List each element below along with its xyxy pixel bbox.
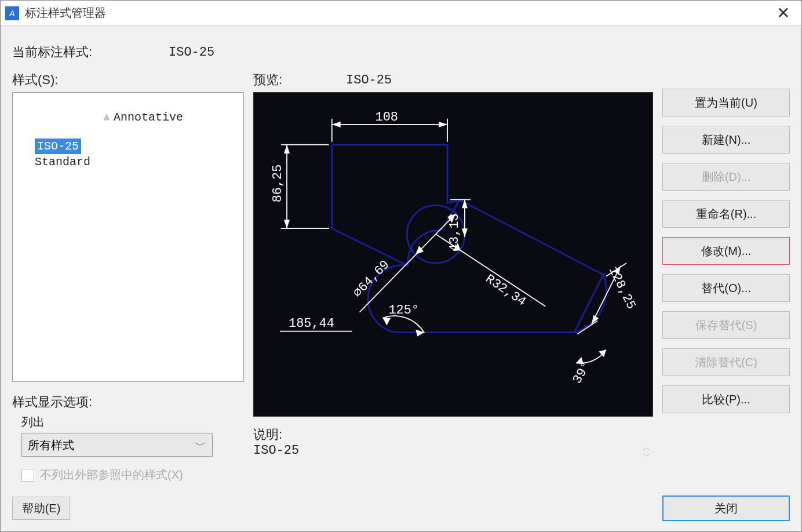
help-button[interactable]: 帮助(E) xyxy=(12,497,70,520)
right-column: 置为当前(U) 新建(N)... 删除(D)... 重命名(R)... 修改(M… xyxy=(662,71,790,483)
left-column: 样式(S): ▲Annotative ISO-25 Standard 样式显示选… xyxy=(12,71,244,483)
chevron-down-icon: ﹀ xyxy=(643,451,651,460)
compare-button[interactable]: 比较(P)... xyxy=(662,385,790,413)
titlebar: A 标注样式管理器 ✕ xyxy=(1,1,801,26)
chevron-down-icon: ﹀ xyxy=(195,438,206,453)
svg-marker-9 xyxy=(284,145,290,154)
svg-marker-18 xyxy=(382,318,391,326)
dim-leftv: 86,25 xyxy=(271,165,285,203)
close-button[interactable]: 关闭 xyxy=(662,495,790,521)
preview-canvas: 108 86,25 43,13 xyxy=(253,92,653,417)
svg-marker-14 xyxy=(462,228,468,237)
new-button[interactable]: 新建(N)... xyxy=(662,126,790,154)
middle-column: 预览: ISO-25 xyxy=(253,71,653,483)
set-current-button[interactable]: 置为当前(U) xyxy=(662,89,790,116)
combo-value: 所有样式 xyxy=(28,438,74,453)
current-style-label: 当前标注样式: xyxy=(12,43,169,61)
list-item-standard[interactable]: Standard xyxy=(17,154,239,170)
annotative-icon: ▲ xyxy=(103,111,110,124)
styles-list[interactable]: ▲Annotative ISO-25 Standard xyxy=(12,92,244,382)
dim-bottom: 185,44 xyxy=(289,316,334,331)
exclude-xref-label: 不列出外部参照中的样式(X) xyxy=(40,467,183,483)
description-text: ISO-25 xyxy=(253,443,640,458)
svg-line-25 xyxy=(577,321,597,334)
display-list-combo[interactable]: 所有样式 ﹀ xyxy=(21,433,213,457)
app-icon: A xyxy=(5,6,19,20)
dialog-footer: 帮助(E) 关闭 xyxy=(1,490,801,531)
rename-button[interactable]: 重命名(R)... xyxy=(662,200,790,228)
dim-top: 108 xyxy=(375,110,398,125)
override-button[interactable]: 替代(O)... xyxy=(662,274,790,302)
description-row: 说明: ISO-25 ︿ ﹀ xyxy=(253,426,653,460)
close-icon[interactable]: ✕ xyxy=(770,3,797,23)
dim-arc: 39° xyxy=(570,359,594,387)
delete-button[interactable]: 删除(D)... xyxy=(662,163,790,191)
modify-button[interactable]: 修改(M)... xyxy=(662,237,790,265)
dim-angle: 125° xyxy=(388,303,419,318)
dimension-style-manager-window: A 标注样式管理器 ✕ 当前标注样式: ISO-25 样式(S): ▲Annot… xyxy=(0,0,802,532)
current-style-value: ISO-25 xyxy=(169,45,214,60)
preview-header: 预览: ISO-25 xyxy=(253,71,653,89)
svg-line-21 xyxy=(436,234,545,307)
current-style-row: 当前标注样式: ISO-25 xyxy=(12,43,790,61)
clear-override-button[interactable]: 清除替代(C) xyxy=(662,348,790,376)
dim-diag: 128,25 xyxy=(606,264,639,312)
svg-marker-5 xyxy=(439,122,447,127)
preview-svg: 108 86,25 43,13 xyxy=(254,93,652,416)
svg-marker-10 xyxy=(284,220,290,228)
save-override-button[interactable]: 保存替代(S) xyxy=(662,311,790,339)
styles-label: 样式(S): xyxy=(12,71,244,89)
description-spinner[interactable]: ︿ ﹀ xyxy=(640,443,653,460)
display-options-group: 样式显示选项: 列出 所有样式 ﹀ 不列出外部参照中的样式(X) xyxy=(12,393,244,483)
main-grid: 样式(S): ▲Annotative ISO-25 Standard 样式显示选… xyxy=(12,71,790,483)
description-label: 说明: xyxy=(253,426,653,443)
svg-marker-4 xyxy=(332,122,341,127)
display-list-label: 列出 xyxy=(12,414,244,430)
exclude-xref-checkbox[interactable] xyxy=(21,469,34,482)
display-options-label: 样式显示选项: xyxy=(12,393,244,411)
chevron-up-icon: ︿ xyxy=(643,443,651,451)
window-title: 标注样式管理器 xyxy=(25,5,770,21)
preview-style-name: ISO-25 xyxy=(346,73,392,88)
dialog-body: 当前标注样式: ISO-25 样式(S): ▲Annotative ISO-25… xyxy=(1,26,801,490)
list-item-iso25[interactable]: ISO-25 xyxy=(17,139,239,154)
dim-dia: ⌀64,69 xyxy=(351,257,393,300)
exclude-xref-checkbox-row: 不列出外部参照中的样式(X) xyxy=(21,467,244,483)
preview-label: 预览: xyxy=(253,71,346,89)
list-item-annotative[interactable]: ▲Annotative xyxy=(17,96,239,139)
